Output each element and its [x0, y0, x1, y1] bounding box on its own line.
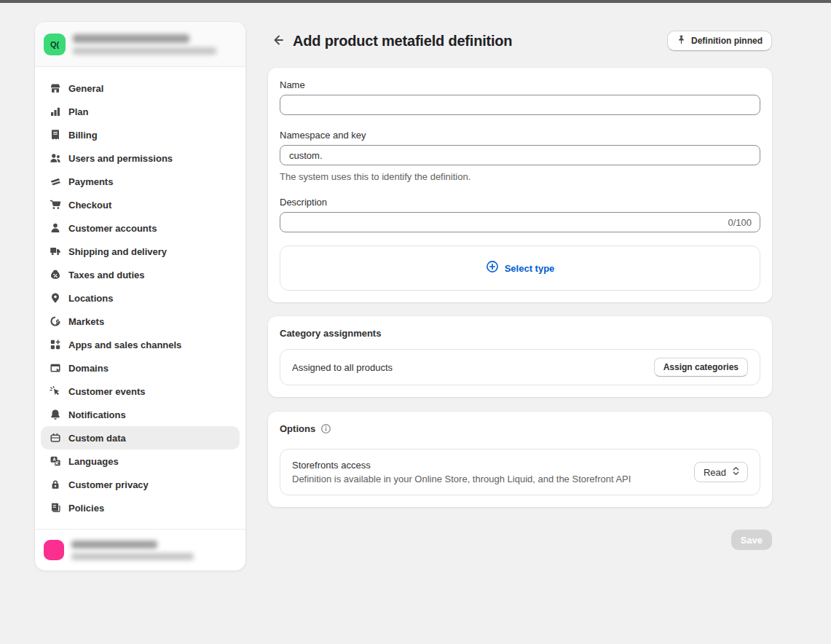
sidebar-item-label: Custom data [68, 433, 126, 444]
definition-pinned-button[interactable]: Definition pinned [667, 31, 772, 51]
store-name-redacted [73, 34, 189, 43]
namespace-field-group: Namespace and key The system uses this t… [280, 130, 760, 182]
back-arrow-icon [271, 34, 284, 49]
sidebar-item-label: Domains [68, 363, 109, 374]
info-icon[interactable] [320, 423, 331, 434]
sidebar-item-checkout[interactable]: Checkout [41, 193, 240, 216]
user-email-redacted [71, 553, 194, 560]
description-char-counter: 0/100 [728, 217, 752, 228]
browser-window-icon [50, 362, 61, 374]
sidebar-item-label: Policies [68, 503, 104, 514]
sidebar-item-billing[interactable]: Billing [41, 123, 240, 146]
category-assignment-row: Assigned to all products Assign categori… [280, 349, 760, 385]
sidebar-item-label: Notifications [68, 409, 126, 420]
sidebar-item-label: Apps and sales channels [68, 339, 181, 350]
sidebar-item-policies[interactable]: Policies [41, 496, 240, 519]
storefronts-access-select-value: Read [704, 467, 726, 478]
description-field-group: Description 0/100 [280, 197, 760, 232]
store-header: Q( [35, 22, 245, 67]
store-avatar: Q( [44, 34, 66, 55]
users-icon [50, 152, 61, 164]
store-domain-redacted [73, 47, 216, 55]
category-status-text: Assigned to all products [292, 362, 393, 373]
plus-circle-icon [486, 260, 499, 276]
namespace-help-text: The system uses this to identify the def… [280, 171, 760, 182]
lock-icon [50, 479, 61, 490]
sidebar-item-markets[interactable]: Markets [41, 310, 240, 333]
translate-icon [50, 455, 61, 467]
sidebar-item-label: Customer accounts [68, 223, 157, 234]
sidebar-item-customer-privacy[interactable]: Customer privacy [41, 473, 240, 496]
window-top-strip [0, 0, 831, 3]
sidebar-item-label: Shipping and delivery [68, 246, 167, 257]
storefronts-access-select[interactable]: Read [694, 462, 748, 482]
sidebar-item-general[interactable]: General [41, 76, 240, 100]
name-input[interactable] [280, 95, 760, 115]
cursor-click-icon [50, 385, 61, 397]
sidebar-item-plan[interactable]: Plan [41, 100, 240, 123]
name-field-group: Name [280, 79, 760, 115]
sidebar-item-label: Billing [68, 130, 98, 141]
main-content: Add product metafield definition Definit… [268, 31, 772, 550]
sidebar-item-customer-events[interactable]: Customer events [41, 380, 240, 403]
options-card: Options Storefronts access Definition is… [268, 412, 772, 507]
options-heading: Options [280, 423, 315, 434]
back-button[interactable] [268, 31, 287, 50]
globe-dollar-icon [50, 315, 61, 327]
namespace-input[interactable] [280, 145, 760, 165]
user-name-redacted [71, 541, 157, 549]
sidebar-item-payments[interactable]: Payments [41, 170, 240, 193]
select-type-button[interactable]: Select type [280, 246, 760, 291]
category-assignments-heading: Category assignments [280, 328, 760, 339]
sidebar-item-label: Customer events [68, 386, 145, 397]
truck-icon [50, 246, 61, 257]
category-assignments-card: Category assignments Assigned to all pro… [268, 316, 772, 397]
sidebar-item-label: Taxes and duties [68, 270, 145, 280]
sidebar-item-label: Plan [68, 106, 88, 117]
sidebar-item-notifications[interactable]: Notifications [41, 403, 240, 426]
settings-sidebar: Q( GeneralPlanBillingUsers and permissio… [35, 22, 245, 570]
pushpin-icon [677, 35, 686, 47]
select-type-label: Select type [505, 263, 555, 274]
definition-form-card: Name Namespace and key The system uses t… [268, 68, 772, 302]
tax-bag-icon [50, 269, 61, 280]
sidebar-item-label: General [68, 83, 103, 94]
save-button[interactable]: Save [731, 530, 772, 550]
page-title: Add product metafield definition [293, 33, 512, 50]
data-box-icon [50, 432, 61, 444]
document-icon [50, 502, 61, 514]
sidebar-item-domains[interactable]: Domains [41, 356, 240, 380]
plan-icon [50, 106, 61, 117]
apps-grid-icon [50, 339, 61, 350]
billing-icon [50, 129, 61, 141]
payments-icon [50, 176, 61, 187]
caret-updown-icon [732, 466, 740, 478]
store-identity [73, 34, 216, 55]
assign-categories-button[interactable]: Assign categories [654, 358, 748, 377]
save-row: Save [268, 530, 772, 550]
sidebar-item-shipping-and-delivery[interactable]: Shipping and delivery [41, 240, 240, 263]
user-account-row [35, 529, 245, 570]
sidebar-item-taxes-and-duties[interactable]: Taxes and duties [41, 263, 240, 286]
sidebar-item-custom-data[interactable]: Custom data [41, 426, 240, 449]
sidebar-nav: GeneralPlanBillingUsers and permissionsP… [35, 67, 245, 529]
sidebar-item-apps-and-sales-channels[interactable]: Apps and sales channels [41, 333, 240, 356]
sidebar-item-customer-accounts[interactable]: Customer accounts [41, 216, 240, 240]
page-header: Add product metafield definition Definit… [268, 31, 772, 50]
store-icon [50, 82, 61, 94]
storefronts-access-row: Storefronts access Definition is availab… [280, 449, 760, 495]
sidebar-item-locations[interactable]: Locations [41, 286, 240, 310]
sidebar-item-users-and-permissions[interactable]: Users and permissions [41, 146, 240, 170]
map-pin-icon [50, 292, 61, 304]
sidebar-item-label: Locations [68, 293, 113, 304]
sidebar-item-languages[interactable]: Languages [41, 449, 240, 473]
sidebar-item-label: Payments [68, 176, 113, 187]
name-label: Name [280, 79, 760, 90]
namespace-label: Namespace and key [280, 130, 760, 141]
sidebar-item-label: Languages [68, 456, 119, 467]
definition-pinned-label: Definition pinned [691, 36, 763, 46]
checkout-cart-icon [50, 199, 61, 211]
sidebar-item-label: Checkout [68, 200, 111, 211]
user-avatar [44, 540, 64, 560]
description-input[interactable] [280, 212, 760, 232]
